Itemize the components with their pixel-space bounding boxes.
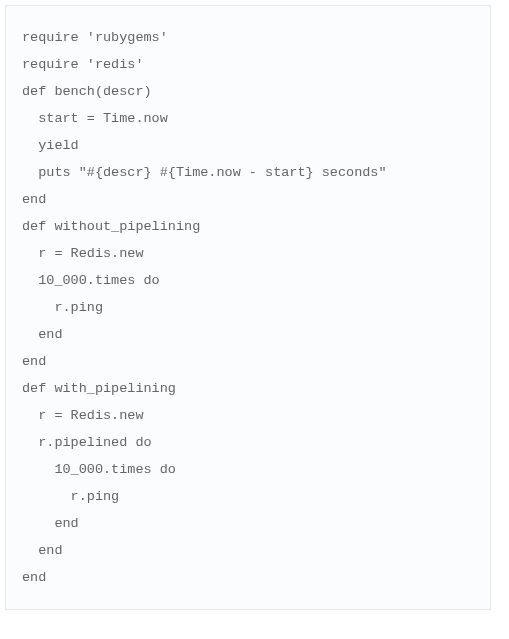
code-line: def with_pipelining (22, 375, 474, 402)
code-line: end (22, 537, 474, 564)
code-line: r = Redis.new (22, 240, 474, 267)
code-line: start = Time.now (22, 105, 474, 132)
code-line: end (22, 510, 474, 537)
code-line: puts "#{descr} #{Time.now - start} secon… (22, 159, 474, 186)
code-line: 10_000.times do (22, 267, 474, 294)
code-line: def bench(descr) (22, 78, 474, 105)
code-line: r.ping (22, 294, 474, 321)
code-block: require 'rubygems'require 'redis'def ben… (5, 5, 491, 610)
code-line: end (22, 348, 474, 375)
code-line: yield (22, 132, 474, 159)
code-line: def without_pipelining (22, 213, 474, 240)
code-line: end (22, 186, 474, 213)
code-line: end (22, 321, 474, 348)
code-line: 10_000.times do (22, 456, 474, 483)
code-line: require 'redis' (22, 51, 474, 78)
code-line: require 'rubygems' (22, 24, 474, 51)
code-line: r.ping (22, 483, 474, 510)
code-line: end (22, 564, 474, 591)
code-line: r = Redis.new (22, 402, 474, 429)
code-line: r.pipelined do (22, 429, 474, 456)
